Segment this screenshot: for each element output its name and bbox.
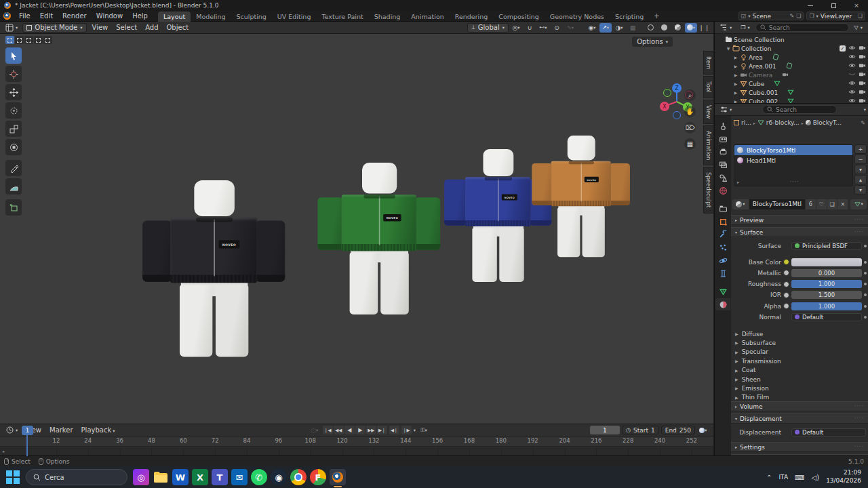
field-value-widget[interactable]: 1.000 [791, 280, 862, 288]
sidebar-tab-animation[interactable]: Animation [703, 125, 713, 165]
slot-list-expander[interactable]: ▸ [737, 180, 739, 184]
zoom-icon[interactable]: ⌕ [684, 89, 696, 101]
xray-toggle[interactable]: ▦ [627, 23, 639, 33]
preview-panel-header[interactable]: ▸Preview···· [731, 215, 868, 225]
character-head[interactable] [362, 163, 397, 194]
shading-material-button[interactable] [671, 23, 684, 33]
outliner-item-label[interactable]: Scene Collection [734, 37, 785, 43]
properties-tool-tab[interactable] [715, 120, 730, 132]
field-value-widget[interactable]: Default [791, 313, 862, 321]
browse-material-dropdown[interactable]: ▾ [732, 199, 749, 209]
animate-decorator-icon[interactable] [864, 293, 867, 296]
subpanel-diffuse[interactable]: ▶Diffuse [735, 329, 864, 338]
properties-data-tab[interactable] [715, 285, 730, 298]
workspace-tab-geometry-nodes[interactable]: Geometry Nodes [545, 12, 610, 22]
outliner-row-scene collection[interactable]: Scene Collection [715, 35, 868, 44]
camera-restrict-icon[interactable] [859, 71, 866, 79]
animate-decorator-icon[interactable] [864, 261, 867, 264]
expander-icon[interactable]: ▶ [732, 81, 739, 86]
shading-solid-button[interactable] [658, 23, 670, 33]
outliner-item-label[interactable]: Area [749, 54, 763, 61]
material-name-field[interactable]: BlockyTorso1Mtl [749, 199, 805, 209]
viewlayer-selector[interactable]: ❒ ▾ ViewLayer ❏ [806, 12, 865, 20]
snap-toggle[interactable]: ∪ [524, 23, 536, 33]
character-head[interactable] [484, 149, 514, 176]
menu-edit[interactable]: Edit [35, 12, 58, 20]
auto-key-toggle[interactable]: ◌▾ [309, 426, 321, 435]
subpanel-coat[interactable]: ▶Coat [735, 366, 864, 375]
close-button[interactable]: × [845, 0, 868, 11]
new-scene-icon[interactable]: ❏ [796, 13, 801, 19]
viewport-menu-add[interactable]: Add [141, 23, 162, 32]
maximize-button[interactable] [822, 0, 845, 11]
timeline-editor-type-button[interactable]: ▾ [3, 426, 21, 434]
properties-object-tab[interactable] [715, 216, 730, 228]
outliner-row-cube[interactable]: ▶Cube [715, 79, 868, 88]
editor-type-button[interactable]: ▾ [2, 23, 21, 33]
workspace-tab-uv-editing[interactable]: UV Editing [272, 12, 317, 22]
excel-icon[interactable]: X [192, 469, 208, 485]
scene-selector[interactable]: ◲ ▾ Scene ✎ ❏ [738, 12, 804, 20]
file-explorer-icon[interactable] [153, 469, 169, 485]
language-indicator[interactable]: ITA [778, 474, 788, 481]
eye-icon[interactable] [848, 98, 856, 103]
character-head[interactable] [568, 136, 595, 160]
viewport-options-dropdown[interactable]: Options ▾ [632, 37, 673, 47]
material-slot-head1mtl[interactable]: Head1Mtl [734, 155, 852, 165]
eye-icon[interactable] [848, 80, 856, 87]
orientation-dropdown[interactable]: ⟂ Global ▾ [467, 23, 509, 33]
viewport-menu-select[interactable]: Select [112, 23, 141, 32]
animate-decorator-icon[interactable] [864, 316, 867, 319]
outliner-item-label[interactable]: Area.001 [749, 63, 776, 70]
properties-particles-tab[interactable] [715, 241, 730, 253]
workspace-tab-compositing[interactable]: Compositing [493, 12, 545, 22]
workspace-tab-animation[interactable]: Animation [406, 12, 449, 22]
next-frame-button[interactable]: ❘▶ [401, 426, 412, 434]
collection-checkbox[interactable]: ✓ [840, 45, 846, 52]
properties-viewlayer-tab[interactable] [715, 159, 730, 171]
node-socket-icon[interactable] [783, 292, 789, 298]
blender-menu-icon[interactable] [3, 12, 11, 20]
node-socket-icon[interactable] [783, 259, 789, 265]
select-box-tool[interactable] [5, 47, 22, 64]
node-socket-icon[interactable] [783, 281, 789, 287]
outliner-row-area-001[interactable]: ▶Area.001 [715, 62, 868, 70]
browser-beta-icon[interactable]: F [310, 469, 326, 485]
properties-options-icon[interactable]: ▾ [864, 107, 866, 113]
expander-icon[interactable]: ▼ [725, 46, 732, 51]
timeline-channels[interactable]: ▸ [0, 446, 713, 456]
eye-icon[interactable] [848, 62, 856, 70]
mesh-slot-dropdown[interactable]: ▾ [850, 199, 867, 209]
animate-decorator-icon[interactable] [864, 272, 867, 274]
falloff-dropdown[interactable]: ∿▾ [564, 23, 576, 33]
timeline-menu-playback[interactable]: Playback ▾ [77, 426, 119, 434]
jump-to-end-button[interactable]: ▶❘ [377, 426, 387, 434]
properties-modifiers-tab[interactable] [715, 228, 730, 241]
field-value-widget[interactable]: Principled BSDF [791, 242, 862, 250]
taskbar-clock[interactable]: 21:09 13/04/2026 [826, 469, 861, 485]
mode-dropdown[interactable]: Object Mode ▾ [22, 23, 86, 33]
remove-slot-button[interactable]: − [854, 155, 867, 164]
node-socket-icon[interactable] [783, 270, 789, 276]
camera-restrict-icon[interactable] [859, 45, 866, 52]
playhead[interactable]: 1 [22, 426, 33, 435]
pan-hand-icon[interactable]: ✋ [684, 106, 696, 117]
frame-range-start[interactable]: ◷ Start 1 [622, 426, 659, 434]
timeline-menu-marker[interactable]: Marker [45, 426, 77, 434]
outlook-icon[interactable]: ✉ [231, 469, 248, 485]
menu-window[interactable]: Window [92, 12, 127, 20]
clipchamp-app-icon[interactable]: ◎ [133, 469, 149, 485]
menu-file[interactable]: File [14, 12, 35, 20]
displacement-panel-header[interactable]: ▾Displacement···· [731, 413, 868, 424]
properties-constraints-tab[interactable] [715, 267, 730, 279]
gizmos-dropdown[interactable]: ↗▾ [599, 23, 612, 33]
frame-range-end[interactable]: End 250 [661, 426, 695, 434]
add-slot-button[interactable]: + [854, 144, 867, 154]
channel-expander-icon[interactable]: ▸ [3, 449, 5, 453]
unlink-material-button[interactable]: × [837, 199, 848, 209]
move-slot-up-button[interactable]: ▴ [854, 175, 867, 184]
timeline-ruler[interactable]: 1224364860728496108120132144156168180192… [0, 436, 713, 446]
camera-restrict-icon[interactable] [859, 80, 866, 87]
snap-target-dropdown[interactable]: ⊷▾ [537, 23, 549, 33]
outliner-row-cube-002[interactable]: ▶Cube.002 [715, 97, 868, 103]
